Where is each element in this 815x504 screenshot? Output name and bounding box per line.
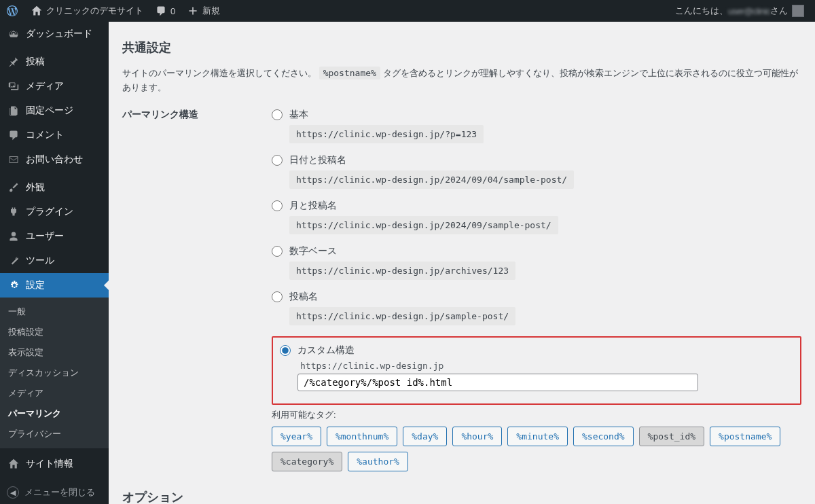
collapse-menu[interactable]: ◀ メニューを閉じる — [0, 481, 109, 504]
radio-numeric[interactable] — [272, 246, 283, 257]
dashboard-icon — [7, 27, 20, 41]
radio-month-name[interactable] — [272, 200, 283, 211]
menu-label: プラグイン — [26, 206, 73, 218]
submenu-media[interactable]: メディア — [0, 383, 109, 403]
tag-button[interactable]: %day% — [403, 427, 447, 446]
new-content-link[interactable]: 新規 — [181, 0, 225, 22]
comments-link[interactable]: 0 — [149, 0, 181, 22]
post-name-code: https://clinic.wp-design.jp/sample-post/ — [289, 307, 515, 325]
account-link[interactable]: こんにちは、 user@clinic さん — [670, 0, 810, 22]
submenu-permalinks[interactable]: パーマリンク — [0, 403, 109, 424]
menu-label: お問い合わせ — [26, 154, 83, 166]
submenu-general[interactable]: 一般 — [0, 302, 109, 322]
menu-label: 固定ページ — [26, 105, 73, 117]
month-name-code: https://clinic.wp-design.jp/2024/09/samp… — [289, 216, 558, 234]
radio-post-name[interactable] — [272, 291, 283, 302]
new-content-label: 新規 — [202, 5, 220, 17]
menu-label: メディア — [26, 80, 64, 92]
radio-plain[interactable] — [272, 109, 283, 120]
menu-site-info[interactable]: サイト情報 — [0, 452, 109, 476]
menu-pages[interactable]: 固定ページ — [0, 98, 109, 123]
greeting-prefix: こんにちは、 — [675, 5, 728, 17]
menu-label: 投稿 — [26, 56, 45, 68]
available-tags: %year%%monthnum%%day%%hour%%minute%%seco… — [272, 427, 801, 471]
submenu-writing[interactable]: 投稿設定 — [0, 322, 109, 342]
menu-label: コメント — [26, 129, 64, 141]
radio-custom[interactable] — [280, 345, 291, 356]
common-settings-heading: 共通設定 — [122, 39, 801, 56]
submenu-discussion[interactable]: ディスカッション — [0, 363, 109, 383]
description-text: サイトのパーマリンク構造を選択してください。 %postname% タグを含める… — [122, 67, 801, 95]
menu-label: 外観 — [26, 181, 45, 194]
menu-plugins[interactable]: プラグイン — [0, 200, 109, 224]
tag-button[interactable]: %second% — [573, 427, 634, 446]
day-name-code: https://clinic.wp-design.jp/2024/09/04/s… — [289, 170, 574, 189]
tag-button[interactable]: %post_id% — [639, 427, 704, 446]
plain-code: https://clinic.wp-design.jp/?p=123 — [289, 125, 484, 143]
tag-button[interactable]: %category% — [272, 452, 342, 471]
settings-icon — [7, 278, 20, 292]
submenu-privacy[interactable]: プライバシー — [0, 424, 109, 444]
settings-submenu: 一般 投稿設定 表示設定 ディスカッション メディア パーマリンク プライバシー — [0, 298, 109, 448]
menu-appearance[interactable]: 外観 — [0, 175, 109, 200]
radio-day-name[interactable] — [272, 155, 283, 166]
option-post-name-label[interactable]: 投稿名 — [272, 291, 801, 303]
option-day-name: 日付と投稿名 https://clinic.wp-design.jp/2024/… — [272, 154, 801, 189]
custom-structure-input[interactable] — [297, 374, 698, 391]
wordpress-logo-icon — [5, 4, 19, 18]
menu-label: サイト情報 — [26, 458, 73, 470]
wp-logo-menu[interactable] — [0, 0, 24, 22]
admin-bar: クリニックのデモサイト 0 新規 こんにちは、 user@clinic さん — [0, 0, 815, 22]
tag-button[interactable]: %author% — [348, 452, 408, 471]
option-plain: 基本 https://clinic.wp-design.jp/?p=123 — [272, 109, 801, 143]
tag-button[interactable]: %postname% — [710, 427, 780, 446]
tag-button[interactable]: %hour% — [452, 427, 502, 446]
admin-menu: ダッシュボード 投稿 メディア 固定ページ コメント お問い合わせ 外観 — [0, 22, 109, 504]
menu-media[interactable]: メディア — [0, 74, 109, 98]
menu-label: ダッシュボード — [26, 28, 92, 40]
brush-icon — [7, 181, 20, 194]
menu-label: ユーザー — [26, 230, 64, 242]
collapse-icon: ◀ — [7, 486, 19, 499]
option-numeric-label[interactable]: 数字ベース — [272, 245, 801, 257]
option-numeric: 数字ベース https://clinic.wp-design.jp/archiv… — [272, 245, 801, 280]
plugin-icon — [7, 205, 20, 219]
site-name-link[interactable]: クリニックのデモサイト — [24, 0, 149, 22]
custom-url-prefix: https://clinic.wp-design.jp — [297, 361, 789, 371]
menu-settings[interactable]: 設定 — [0, 273, 109, 298]
plus-icon — [186, 4, 200, 18]
pin-icon — [7, 55, 20, 69]
menu-comments[interactable]: コメント — [0, 123, 109, 147]
greeting-suffix: さん — [770, 5, 788, 17]
menu-dashboard[interactable]: ダッシュボード — [0, 22, 109, 46]
option-custom-label[interactable]: カスタム構造 — [280, 344, 789, 357]
postname-tag-code: %postname% — [319, 67, 380, 79]
content-area: 共通設定 サイトのパーマリンク構造を選択してください。 %postname% タ… — [109, 22, 815, 504]
menu-label: 設定 — [26, 279, 45, 291]
avatar — [792, 5, 804, 17]
option-plain-label[interactable]: 基本 — [272, 109, 801, 121]
menu-posts[interactable]: 投稿 — [0, 50, 109, 74]
menu-users[interactable]: ユーザー — [0, 224, 109, 249]
menu-label: ツール — [26, 255, 54, 267]
option-day-name-label[interactable]: 日付と投稿名 — [272, 154, 801, 166]
tag-button[interactable]: %minute% — [507, 427, 568, 446]
home-icon — [30, 4, 43, 18]
mail-icon — [7, 153, 20, 166]
comment-icon — [154, 4, 168, 18]
permalink-structure-label: パーマリンク構造 — [122, 109, 272, 471]
menu-contact[interactable]: お問い合わせ — [0, 147, 109, 172]
menu-tools[interactable]: ツール — [0, 249, 109, 273]
media-icon — [7, 79, 20, 93]
comments-icon — [7, 128, 20, 142]
available-tags-label: 利用可能なタグ: — [272, 409, 801, 421]
option-month-name-label[interactable]: 月と投稿名 — [272, 200, 801, 212]
wrench-icon — [7, 254, 20, 268]
option-post-name: 投稿名 https://clinic.wp-design.jp/sample-p… — [272, 291, 801, 325]
collapse-label: メニューを閉じる — [24, 486, 95, 499]
tag-button[interactable]: %year% — [272, 427, 321, 446]
comments-count: 0 — [170, 6, 175, 16]
username-obscured: user@clinic — [728, 6, 770, 16]
submenu-reading[interactable]: 表示設定 — [0, 342, 109, 363]
tag-button[interactable]: %monthnum% — [327, 427, 397, 446]
